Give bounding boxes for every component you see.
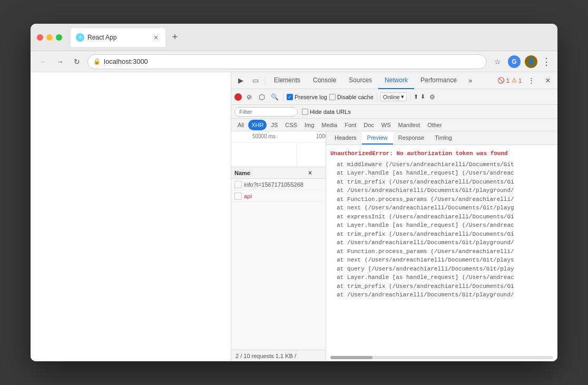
- nt-separator-1: [283, 93, 283, 101]
- lock-icon: 🔒: [93, 58, 101, 65]
- tab-headers[interactable]: Headers: [329, 132, 362, 145]
- active-tab[interactable]: ⚛ React App ×: [71, 28, 165, 47]
- minimize-traffic-light[interactable]: [46, 34, 53, 41]
- stack-line: at Layer.handle [as handle_request] (/Us…: [330, 221, 553, 230]
- back-button[interactable]: ←: [37, 55, 50, 68]
- more-tabs-button[interactable]: »: [463, 73, 478, 88]
- warn-count: 1: [518, 78, 522, 84]
- page-area: [31, 72, 231, 361]
- tab-timing[interactable]: Timing: [429, 132, 457, 145]
- traffic-lights: [37, 34, 62, 41]
- browser-menu-button[interactable]: ⋮: [542, 56, 551, 68]
- preview-tabs: Headers Preview Response Timing: [326, 131, 557, 145]
- address-bar: ← → ↻ 🔒 localhost:3000 ☆ G 👤 ⋮: [31, 51, 557, 72]
- filter-media[interactable]: Media: [318, 120, 340, 130]
- row-checkbox-1[interactable]: [234, 181, 242, 188]
- filter-img[interactable]: Img: [301, 120, 317, 130]
- stack-trace: at middleware (/Users/andreachiarelli/Do…: [330, 160, 553, 300]
- stack-line: at query (/Users/andreachiarelli/Documen…: [330, 265, 553, 274]
- hide-data-urls-checkbox[interactable]: Hide data URLs: [302, 109, 351, 115]
- error-badge: 🚫 1: [497, 77, 509, 84]
- filter-css[interactable]: CSS: [282, 120, 300, 130]
- close-traffic-light[interactable]: [37, 34, 43, 41]
- devtools-settings-icon[interactable]: ⋮: [524, 73, 538, 88]
- stack-line: at Layer.handle [as handle_request] (/Us…: [330, 273, 553, 282]
- filter-input[interactable]: [234, 107, 298, 117]
- tab-sources[interactable]: Sources: [342, 72, 378, 89]
- stack-line: at /Users/andreachiarelli/Documents/Git/…: [330, 291, 553, 300]
- tab-elements[interactable]: Elements: [268, 72, 307, 89]
- type-filter-bar: All XHR JS CSS Img Media Font Doc WS Man…: [231, 119, 557, 131]
- preview-scrollbar-thumb[interactable]: [330, 356, 373, 359]
- stack-line: at trim_prefix (/Users/andreachiarelli/D…: [330, 230, 553, 239]
- tab-console[interactable]: Console: [307, 72, 342, 89]
- error-icon: 🚫: [497, 77, 505, 84]
- devtools-close-button[interactable]: ×: [541, 73, 555, 88]
- maximize-traffic-light[interactable]: [56, 34, 62, 41]
- network-content: 50000 ms 100000 ms 150000 ms 200000 ms 2…: [231, 131, 557, 361]
- record-button[interactable]: [234, 93, 242, 101]
- throttle-select[interactable]: Online ▾: [380, 92, 407, 101]
- network-toolbar: ⊘ ⬡ 🔍 ✓ Preserve log Disable cache Onlin…: [231, 89, 557, 105]
- tab-preview[interactable]: Preview: [362, 132, 393, 145]
- preview-scrollbar[interactable]: [330, 356, 553, 359]
- data-size: 1.1 KB /: [276, 353, 296, 359]
- google-account-icon[interactable]: G: [508, 55, 521, 68]
- warn-icon: ⚠: [512, 77, 517, 84]
- search-icon[interactable]: 🔍: [269, 92, 280, 102]
- devtools-right-controls: 🚫 1 ⚠ 1 ⋮ ×: [497, 73, 555, 88]
- tab-response[interactable]: Response: [393, 132, 430, 145]
- preview-panel: Headers Preview Response Timing U: [326, 131, 557, 361]
- clear-icon[interactable]: ⊘: [244, 92, 254, 102]
- stack-line: at trim_prefix (/Users/andreachiarelli/D…: [330, 178, 553, 187]
- bookmark-icon[interactable]: ☆: [491, 55, 504, 68]
- stack-line: at trim_prefix (/Users/andreachiarelli/D…: [330, 282, 553, 291]
- new-tab-button[interactable]: +: [168, 30, 182, 45]
- download-icon: ⬇: [420, 93, 425, 100]
- url-bar[interactable]: 🔒 localhost:3000: [87, 54, 487, 69]
- stack-line: at Function.process_params (/Users/andre…: [330, 247, 553, 256]
- warn-badge: ⚠ 1: [512, 77, 522, 84]
- disable-cache-check-icon: [329, 94, 336, 100]
- settings-icon[interactable]: ⚙: [427, 92, 438, 102]
- nt-separator-3: [410, 93, 410, 101]
- inspect-element-icon[interactable]: ▶: [233, 73, 248, 88]
- filter-all[interactable]: All: [234, 120, 247, 130]
- tab-performance[interactable]: Performance: [414, 72, 463, 89]
- tab-network[interactable]: Network: [378, 72, 414, 89]
- filter-ws[interactable]: WS: [378, 120, 394, 130]
- tab-favicon: ⚛: [76, 33, 84, 42]
- stack-line: at Function.process_params (/Users/andre…: [330, 195, 553, 204]
- filter-doc[interactable]: Doc: [360, 120, 377, 130]
- stack-line: at /Users/andreachiarelli/Documents/Git/…: [330, 186, 553, 195]
- browser-window: ⚛ React App × + ← → ↻ 🔒 localhost:3000 ☆…: [31, 24, 557, 361]
- filter-other[interactable]: Other: [424, 120, 445, 130]
- tab-close-button[interactable]: ×: [152, 33, 160, 42]
- tab-title: React App: [87, 34, 116, 41]
- device-toolbar-icon[interactable]: ▭: [248, 73, 263, 88]
- forward-button[interactable]: →: [54, 55, 66, 68]
- filter-xhr[interactable]: XHR: [248, 120, 267, 130]
- request-count: 2 / 10 requests: [236, 353, 274, 359]
- col-name: Name: [234, 170, 308, 176]
- error-title: UnauthorizedError: No authorization toke…: [330, 149, 553, 158]
- stack-line: at /Users/andreachiarelli/Documents/Git/…: [330, 238, 553, 247]
- filter-font[interactable]: Font: [341, 120, 359, 130]
- devtools-panel: ▶ ▭ Elements Console Sources Network: [231, 72, 557, 361]
- stack-line: at next (/Users/andreachiarelli/Document…: [330, 256, 553, 265]
- upload-icon: ⬆: [414, 93, 418, 100]
- disable-cache-checkbox[interactable]: Disable cache: [329, 94, 374, 100]
- stack-line: at expressInit (/Users/andreachiarelli/D…: [330, 213, 553, 222]
- preserve-log-checkbox[interactable]: ✓ Preserve log: [287, 94, 327, 100]
- row-checkbox-2[interactable]: [234, 192, 242, 200]
- user-avatar[interactable]: 👤: [525, 55, 537, 68]
- col-close[interactable]: ×: [308, 169, 317, 177]
- filter-icon[interactable]: ⬡: [257, 92, 267, 102]
- url-text: localhost:3000: [104, 57, 148, 65]
- hide-data-urls-check: [302, 109, 308, 115]
- stack-line: at Layer.handle [as handle_request] (/Us…: [330, 169, 553, 178]
- stack-line: at next (/Users/andreachiarelli/Document…: [330, 204, 553, 213]
- reload-button[interactable]: ↻: [71, 55, 83, 68]
- filter-js[interactable]: JS: [268, 120, 281, 130]
- filter-manifest[interactable]: Manifest: [395, 120, 424, 130]
